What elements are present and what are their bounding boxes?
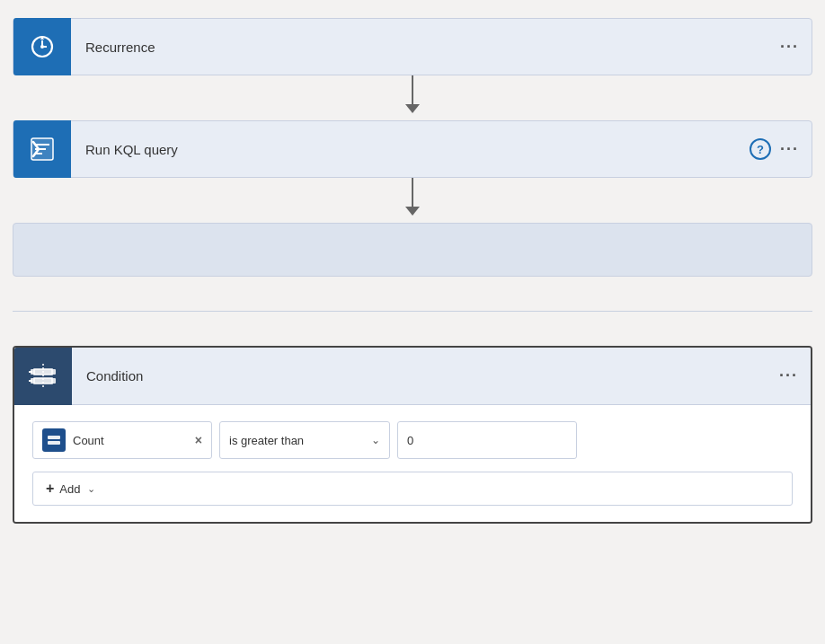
- recurrence-icon: [28, 32, 57, 61]
- arrow-line-1: [412, 75, 413, 104]
- add-label: Add: [59, 482, 80, 496]
- token-badge: [42, 428, 66, 452]
- token-label: Count: [73, 434, 188, 447]
- operator-label: is greater than: [229, 434, 304, 447]
- flow-canvas: Recurrence ··· Run KQL query ? ···: [0, 0, 825, 542]
- condition-value-field[interactable]: 0: [397, 421, 577, 459]
- kql-more-button[interactable]: ···: [780, 140, 799, 159]
- condition-token-field[interactable]: Count ×: [32, 421, 212, 459]
- collapsed-step-area: [13, 223, 812, 277]
- condition-header: Condition ···: [14, 348, 811, 405]
- arrow-2: [405, 178, 420, 223]
- condition-add-button[interactable]: + Add ⌄: [32, 472, 793, 506]
- arrow-head-1: [405, 104, 420, 113]
- recurrence-step: Recurrence ···: [13, 18, 812, 75]
- condition-icon-bg: [14, 348, 72, 405]
- svg-rect-14: [48, 441, 60, 445]
- condition-actions: ···: [779, 366, 811, 385]
- kql-icon: [28, 135, 57, 163]
- kql-step: Run KQL query ? ···: [13, 120, 812, 178]
- condition-body: Count × is greater than ⌄ 0 + Add ⌄: [14, 405, 811, 522]
- kql-label: Run KQL query: [71, 142, 750, 157]
- svg-rect-13: [48, 436, 60, 439]
- token-icon: [47, 433, 61, 447]
- arrow-line-2: [412, 178, 413, 207]
- add-chevron-icon: ⌄: [87, 483, 95, 495]
- arrow-head-2: [405, 207, 420, 216]
- condition-card: Condition ··· Count ×: [13, 346, 812, 524]
- operator-chevron-icon: ⌄: [371, 434, 380, 446]
- recurrence-icon-bg: [13, 18, 71, 75]
- token-close-button[interactable]: ×: [195, 433, 202, 447]
- recurrence-label: Recurrence: [71, 40, 780, 55]
- condition-value: 0: [407, 434, 413, 447]
- kql-actions: ? ···: [750, 138, 812, 160]
- condition-row: Count × is greater than ⌄ 0: [32, 421, 793, 459]
- condition-label: Condition: [72, 368, 779, 384]
- divider: [13, 311, 812, 312]
- condition-icon: [27, 360, 59, 393]
- recurrence-more-button[interactable]: ···: [780, 38, 799, 57]
- condition-operator-select[interactable]: is greater than ⌄: [219, 421, 390, 459]
- plus-icon: +: [46, 481, 54, 497]
- recurrence-actions: ···: [780, 38, 812, 57]
- condition-more-button[interactable]: ···: [779, 366, 798, 385]
- arrow-1: [405, 75, 420, 120]
- kql-icon-bg: [13, 120, 71, 178]
- kql-help-button[interactable]: ?: [750, 138, 771, 160]
